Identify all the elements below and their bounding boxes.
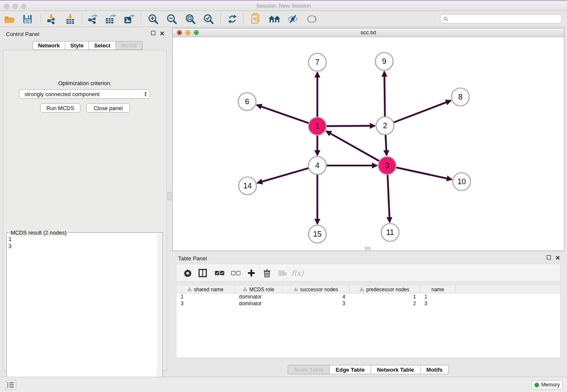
network-overview-button[interactable] bbox=[267, 12, 282, 26]
edge-1-2[interactable] bbox=[327, 126, 375, 126]
zoom-selected-button[interactable] bbox=[201, 12, 216, 26]
minimize-network-icon[interactable]: − bbox=[185, 30, 190, 35]
edge-1-6[interactable] bbox=[257, 105, 309, 123]
mcds-result-text[interactable]: 1 3 bbox=[8, 235, 157, 389]
edge-3-11[interactable] bbox=[388, 175, 390, 222]
cell-r0-c3[interactable]: 1 bbox=[350, 294, 420, 300]
cell-r0-c2[interactable]: 4 bbox=[283, 294, 350, 300]
toolbar-separator bbox=[243, 14, 244, 25]
run-mcds-button[interactable]: Run MCDS bbox=[40, 103, 80, 113]
search-input[interactable] bbox=[450, 15, 561, 23]
export-network-button[interactable] bbox=[85, 12, 99, 26]
horizontal-splitter-grip[interactable] bbox=[365, 247, 371, 250]
edge-3-10[interactable] bbox=[396, 168, 452, 179]
task-history-button[interactable] bbox=[5, 380, 16, 389]
node-table-rows: 1dominator4113dominator323 bbox=[176, 293, 560, 307]
cell-r0-c4[interactable]: 1 bbox=[420, 294, 456, 300]
optimization-criterion-select[interactable]: strongly connected component ▲▼ bbox=[19, 89, 150, 99]
column-header-successor-nodes[interactable]: successor nodes bbox=[283, 285, 350, 293]
close-network-icon[interactable]: ✕ bbox=[177, 30, 182, 35]
clone-network-button[interactable] bbox=[249, 12, 263, 26]
cell-r0-c1[interactable]: dominator bbox=[235, 294, 283, 300]
tab-node-table[interactable]: Node Table bbox=[288, 365, 330, 374]
minimize-window-icon[interactable] bbox=[13, 4, 18, 9]
hide-graphics-details-button[interactable] bbox=[286, 12, 300, 26]
tab-motifs[interactable]: Motifs bbox=[421, 365, 449, 374]
edge-4-14[interactable] bbox=[257, 168, 308, 183]
close-table-panel-icon[interactable]: ✕ bbox=[555, 255, 560, 260]
memory-button[interactable]: Memory bbox=[531, 380, 563, 389]
apply-layout-button[interactable] bbox=[225, 12, 239, 26]
tab-select[interactable]: Select bbox=[89, 41, 116, 50]
search-field[interactable] bbox=[440, 14, 562, 24]
memory-label: Memory bbox=[541, 382, 559, 388]
birds-eye-view-button[interactable] bbox=[305, 12, 319, 26]
float-panel-icon[interactable] bbox=[151, 31, 155, 35]
node-label-4: 4 bbox=[315, 161, 319, 170]
attribute-icon bbox=[243, 287, 247, 291]
optimization-criterion-label: Optimization criterion: bbox=[3, 80, 166, 86]
mcds-result-scrollbar[interactable] bbox=[157, 233, 162, 391]
tab-edge-table[interactable]: Edge Table bbox=[330, 365, 371, 374]
fit-content-button[interactable] bbox=[183, 12, 198, 26]
houses-icon bbox=[268, 14, 281, 24]
node-label-8: 8 bbox=[458, 93, 462, 101]
export-image-icon bbox=[123, 14, 135, 25]
tab-style[interactable]: Style bbox=[65, 41, 89, 50]
add-row-button[interactable] bbox=[245, 268, 257, 279]
unselect-all-button[interactable] bbox=[230, 268, 242, 279]
cell-r0-c0[interactable]: 1 bbox=[176, 294, 235, 300]
tab-mcds[interactable]: MCDS bbox=[116, 41, 143, 50]
cell-r1-c3[interactable]: 2 bbox=[350, 301, 420, 306]
node-label-14: 14 bbox=[243, 182, 252, 190]
gear-icon bbox=[184, 269, 192, 277]
toolbar-separator bbox=[41, 14, 41, 25]
open-session-button[interactable] bbox=[3, 12, 17, 26]
select-all-button[interactable] bbox=[214, 268, 226, 279]
import-network-button[interactable] bbox=[44, 12, 58, 26]
zoom-window-icon[interactable] bbox=[21, 4, 26, 9]
columns-icon bbox=[198, 269, 207, 277]
vertical-splitter-grip[interactable] bbox=[168, 192, 171, 200]
tab-network[interactable]: Network bbox=[33, 41, 65, 50]
plus-icon bbox=[248, 269, 255, 277]
export-image-button[interactable] bbox=[122, 12, 136, 26]
toolbar-separator bbox=[220, 14, 221, 25]
close-window-icon[interactable] bbox=[4, 4, 9, 9]
export-table-button[interactable] bbox=[103, 12, 118, 26]
save-session-button[interactable] bbox=[20, 12, 35, 26]
column-header-name[interactable]: name bbox=[420, 285, 456, 293]
cell-r1-c4[interactable]: 3 bbox=[420, 301, 456, 306]
table-options-button[interactable] bbox=[182, 268, 193, 279]
export-table-icon bbox=[105, 14, 116, 25]
delete-row-button[interactable] bbox=[261, 268, 273, 279]
node-table[interactable]: shared name MCDS role successor nodes pr… bbox=[176, 285, 561, 358]
network-window-titlebar[interactable]: ✕ − + scc.txt bbox=[173, 28, 564, 37]
zoom-out-button[interactable] bbox=[165, 12, 179, 26]
memory-status-icon bbox=[534, 383, 539, 387]
column-header-mcds-role[interactable]: MCDS role bbox=[235, 285, 283, 293]
close-panel-button[interactable]: Close panel bbox=[86, 103, 130, 113]
zoom-in-button[interactable] bbox=[146, 12, 160, 26]
table-row[interactable]: 1dominator411 bbox=[176, 293, 560, 300]
tab-network-table[interactable]: Network Table bbox=[371, 365, 421, 374]
table-panel: Table Panel ✕ bbox=[172, 252, 564, 377]
edge-2-3[interactable] bbox=[385, 135, 387, 155]
show-columns-button[interactable] bbox=[197, 268, 209, 279]
network-view-window: ✕ − + scc.txt 1234678910111415 bbox=[172, 28, 564, 251]
edge-3-1[interactable] bbox=[326, 131, 379, 161]
close-panel-icon[interactable]: ✕ bbox=[160, 31, 165, 36]
edge-2-9[interactable] bbox=[384, 72, 385, 116]
eye-icon bbox=[306, 14, 317, 24]
cell-r1-c1[interactable]: dominator bbox=[235, 301, 283, 306]
maximize-network-icon[interactable]: + bbox=[194, 30, 199, 35]
cell-r1-c2[interactable]: 3 bbox=[283, 301, 350, 306]
import-table-button[interactable] bbox=[63, 12, 77, 26]
cell-r1-c0[interactable]: 3 bbox=[176, 301, 235, 306]
table-row[interactable]: 3dominator323 bbox=[176, 300, 560, 307]
column-header-predecessor-nodes[interactable]: predecessor nodes bbox=[350, 285, 420, 293]
float-table-panel-icon[interactable] bbox=[547, 255, 551, 259]
column-header-shared-name[interactable]: shared name bbox=[176, 285, 235, 293]
edge-2-8[interactable] bbox=[394, 101, 451, 123]
network-canvas[interactable]: 1234678910111415 bbox=[173, 37, 564, 251]
